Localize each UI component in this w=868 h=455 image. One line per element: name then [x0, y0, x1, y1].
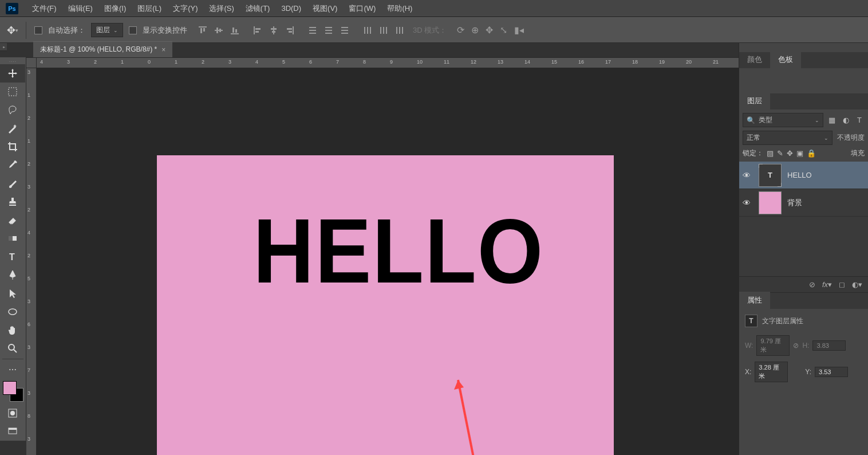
layer-row-background[interactable]: 👁 背景: [739, 189, 868, 217]
pen-tool[interactable]: [0, 266, 25, 284]
document-tab[interactable]: 未标题-1 @ 100% (HELLO, RGB/8#) * ×: [33, 41, 172, 57]
distribute-bottom-icon[interactable]: [337, 23, 352, 38]
layers-panel-tabs: 图层: [739, 93, 868, 109]
props-h-input[interactable]: 3.83: [812, 340, 846, 351]
layer-filter-type-dropdown[interactable]: 🔍 类型 ⌄: [743, 113, 823, 127]
adjustment-layer-icon[interactable]: ◐▾: [852, 280, 862, 289]
menu-text[interactable]: 文字(Y): [168, 1, 202, 16]
layer-thumb-background[interactable]: [759, 191, 782, 214]
magic-wand-tool[interactable]: [0, 119, 25, 138]
crop-tool[interactable]: [0, 138, 25, 156]
menu-edit[interactable]: 编辑(E): [64, 1, 97, 16]
eraser-tool[interactable]: [0, 211, 25, 229]
menu-layer[interactable]: 图层(L): [133, 1, 166, 16]
menu-image[interactable]: 图像(I): [100, 1, 131, 16]
stamp-tool[interactable]: [0, 193, 25, 211]
menu-file[interactable]: 文件(F): [27, 1, 61, 16]
eyedropper-tool[interactable]: [0, 156, 25, 174]
layer-name[interactable]: 背景: [787, 198, 802, 208]
align-bottom-icon[interactable]: [227, 23, 242, 38]
slide-icon[interactable]: ⤡: [500, 25, 507, 36]
move-tool[interactable]: [0, 64, 25, 83]
auto-select-target-dropdown[interactable]: 图层 ⌄: [91, 23, 123, 37]
link-wh-icon[interactable]: ⊘: [793, 342, 799, 350]
filter-type-icon[interactable]: T: [854, 115, 865, 125]
orbit-icon[interactable]: ⟳: [457, 25, 464, 36]
tab-swatches[interactable]: 色板: [770, 51, 801, 68]
lock-all-icon[interactable]: 🔒: [807, 149, 816, 158]
props-x-input[interactable]: 3.28 厘米: [755, 362, 788, 382]
visibility-eye-icon[interactable]: 👁: [743, 171, 753, 180]
align-left-icon[interactable]: [250, 23, 265, 38]
brush-tool[interactable]: [0, 174, 25, 193]
tab-properties[interactable]: 属性: [739, 292, 770, 309]
type-tool[interactable]: T: [0, 248, 25, 266]
marquee-tool[interactable]: [0, 83, 25, 101]
auto-select-label: 自动选择：: [48, 25, 85, 36]
tab-layers[interactable]: 图层: [739, 92, 770, 109]
menu-filter[interactable]: 滤镜(T): [241, 1, 275, 16]
link-layers-icon[interactable]: ⊘: [809, 280, 815, 289]
distribute-vcenter-icon[interactable]: [321, 23, 336, 38]
distribute-hcenter-icon[interactable]: [376, 23, 391, 38]
toolbox-grip[interactable]: ∙∙∙∙: [0, 58, 26, 64]
props-w-input[interactable]: 9.79 厘米: [756, 335, 790, 356]
layer-name[interactable]: HELLO: [787, 171, 812, 179]
gradient-tool[interactable]: [0, 229, 25, 248]
canvas[interactable]: HELLO: [157, 155, 614, 455]
layer-mask-icon[interactable]: ◻: [839, 280, 845, 289]
menu-window[interactable]: 窗口(W): [344, 1, 380, 16]
close-icon[interactable]: ×: [161, 46, 165, 54]
rotate-icon[interactable]: ⊕: [471, 25, 479, 36]
screen-mode-tool[interactable]: [0, 422, 25, 441]
move-icon: ✥: [7, 24, 15, 37]
ruler-corner: [26, 58, 37, 68]
menu-view[interactable]: 视图(V): [308, 1, 342, 16]
lasso-tool[interactable]: [0, 101, 25, 119]
layer-row-hello[interactable]: 👁 T HELLO: [739, 162, 868, 189]
svg-rect-3: [215, 30, 223, 31]
props-y-input[interactable]: 3.53: [815, 367, 848, 377]
distribute-right-icon[interactable]: [392, 23, 407, 38]
foreground-color-swatch[interactable]: [3, 381, 17, 395]
lock-artboard-icon[interactable]: ▣: [796, 149, 803, 158]
layer-thumb-text[interactable]: T: [759, 164, 782, 187]
menu-select[interactable]: 选择(S): [204, 1, 238, 16]
camera-icon[interactable]: ▮◂: [514, 25, 524, 36]
zoom-tool[interactable]: [0, 339, 25, 358]
auto-select-checkbox[interactable]: [34, 26, 42, 34]
ruler-horizontal[interactable]: 432101234567891011121314151617181920212: [37, 58, 739, 68]
tool-preset-picker[interactable]: ✥ ▾: [5, 22, 26, 39]
align-hcenter-icon[interactable]: [266, 23, 281, 38]
visibility-eye-icon[interactable]: 👁: [743, 198, 753, 207]
quick-mask-tool[interactable]: [0, 404, 25, 422]
pan-icon[interactable]: ✥: [486, 25, 493, 36]
menu-3d[interactable]: 3D(D): [277, 2, 306, 15]
chevron-down-icon: ⌄: [815, 117, 819, 123]
distribute-top-icon[interactable]: [305, 23, 320, 38]
align-top-icon[interactable]: [195, 23, 210, 38]
filter-pixel-icon[interactable]: ▦: [827, 115, 837, 125]
canvas-viewport[interactable]: HELLO: [37, 68, 739, 455]
color-swatches[interactable]: [3, 381, 23, 402]
show-transform-checkbox[interactable]: [129, 26, 137, 34]
align-right-icon[interactable]: [282, 23, 297, 38]
align-vcenter-icon[interactable]: [211, 23, 226, 38]
layer-fx-icon[interactable]: fx▾: [822, 280, 832, 289]
left-panel-collapse-grip[interactable]: [0, 43, 7, 51]
filter-adjust-icon[interactable]: ◐: [841, 115, 851, 125]
menu-help[interactable]: 帮助(H): [382, 1, 417, 16]
distribute-left-icon[interactable]: [360, 23, 375, 38]
ellipse-tool[interactable]: [0, 303, 25, 321]
canvas-text-hello[interactable]: HELLO: [253, 198, 544, 304]
hand-tool[interactable]: [0, 321, 25, 339]
blend-mode-dropdown[interactable]: 正常 ⌄: [743, 131, 833, 145]
lock-position-icon[interactable]: ✥: [787, 149, 793, 158]
ruler-vertical[interactable]: 31212324253637383: [26, 68, 37, 455]
svg-rect-21: [325, 27, 332, 28]
edit-toolbar-tool[interactable]: ⋯: [0, 360, 25, 379]
lock-transparency-icon[interactable]: ▨: [767, 149, 774, 158]
path-select-tool[interactable]: [0, 284, 25, 303]
lock-paint-icon[interactable]: ✎: [777, 149, 783, 158]
tab-color[interactable]: 颜色: [739, 51, 770, 68]
